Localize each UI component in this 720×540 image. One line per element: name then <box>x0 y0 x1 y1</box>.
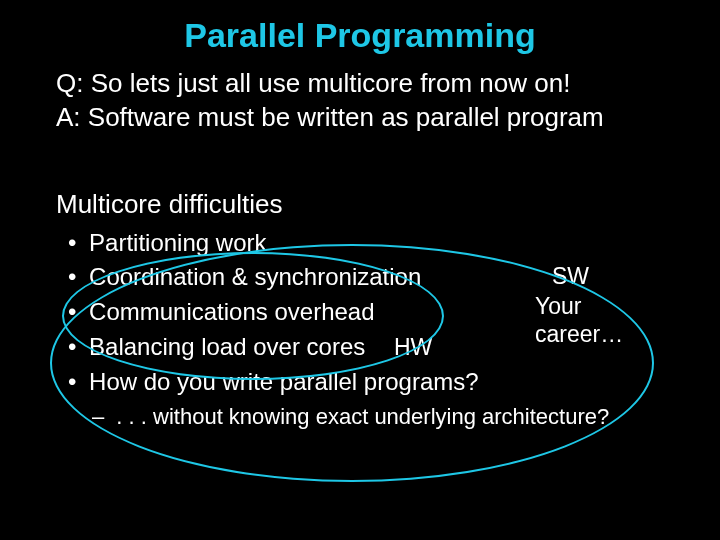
bullet-item: How do you write parallel programs? <box>86 365 720 400</box>
career-line2: career… <box>535 321 623 349</box>
career-label: Your career… <box>535 293 623 348</box>
career-line1: Your <box>535 293 623 321</box>
bullet-item: Communications overhead <box>86 295 720 330</box>
question-line: Q: So lets just all use multicore from n… <box>56 67 664 101</box>
sub-bullet: . . . without knowing exact underlying a… <box>0 400 720 430</box>
slide-title: Parallel Programming <box>0 0 720 55</box>
hw-label: HW <box>394 334 432 361</box>
section-heading: Multicore difficulties <box>0 135 720 220</box>
bullet-item: Partitioning work <box>86 226 720 261</box>
slide: Parallel Programming Q: So lets just all… <box>0 0 720 540</box>
answer-line: A: Software must be written as parallel … <box>56 101 664 135</box>
bullet-item: Coordination & synchronization <box>86 260 720 295</box>
sw-label: SW <box>552 263 589 290</box>
qa-block: Q: So lets just all use multicore from n… <box>0 55 720 135</box>
